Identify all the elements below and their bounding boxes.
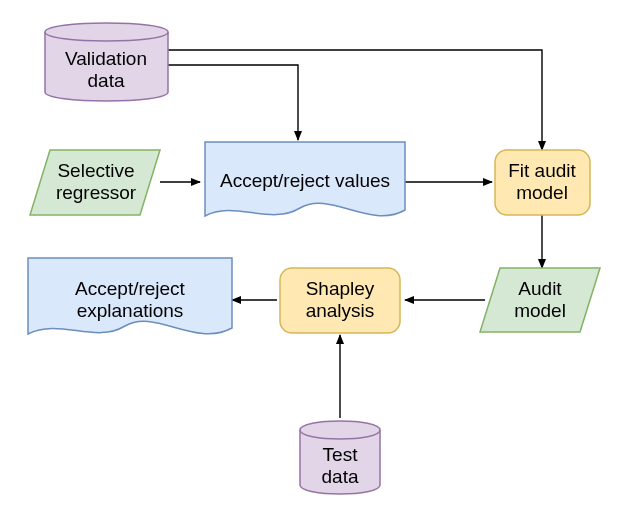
selective-regressor-label-2: regressor: [56, 182, 137, 203]
test-data-label-2: data: [322, 466, 359, 487]
accept-reject-explanations-label-1: Accept/reject: [75, 278, 186, 299]
shapley-analysis-node: Shapley analysis: [280, 268, 400, 333]
fit-audit-model-label-2: model: [516, 182, 568, 203]
validation-data-label-1: Validation: [65, 48, 147, 69]
arrows: [160, 50, 542, 418]
test-data-label-1: Test: [323, 444, 359, 465]
fit-audit-model-node: Fit audit model: [495, 150, 590, 215]
audit-model-node: Audit model: [480, 268, 600, 332]
accept-reject-explanations-label-2: explanations: [77, 300, 184, 321]
audit-model-label-2: model: [514, 300, 566, 321]
accept-reject-values-node: Accept/reject values: [205, 142, 405, 216]
selective-regressor-node: Selective regressor: [30, 150, 160, 215]
fit-audit-model-label-1: Fit audit: [508, 160, 576, 181]
shapley-analysis-label-1: Shapley: [306, 278, 375, 299]
accept-reject-values-label: Accept/reject values: [220, 170, 390, 191]
selective-regressor-label-1: Selective: [57, 160, 134, 181]
shapley-analysis-label-2: analysis: [306, 300, 375, 321]
accept-reject-explanations-node: Accept/reject explanations: [28, 258, 232, 334]
test-data-node: Test data: [300, 421, 380, 494]
validation-data-label-2: data: [88, 70, 125, 91]
validation-data-node: Validation data: [45, 23, 168, 101]
audit-model-label-1: Audit: [518, 278, 562, 299]
